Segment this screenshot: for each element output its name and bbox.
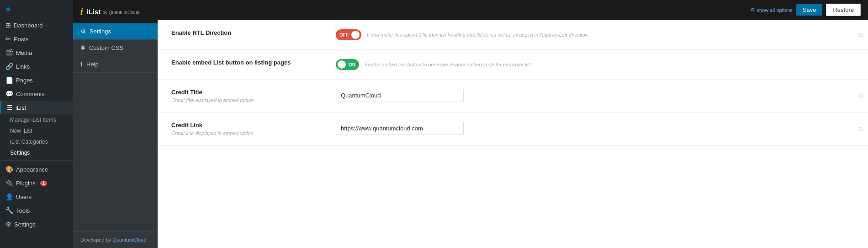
plugin-title: iList — [87, 8, 101, 16]
rtl-label: Enable RTL Direction — [171, 29, 327, 38]
plugins-icon: 🔌 — [5, 179, 13, 187]
credit-link-input[interactable] — [336, 122, 464, 135]
credit-title-side-icon[interactable]: ⊙ — [858, 92, 863, 100]
custom-css-icon: ✱ — [80, 44, 85, 51]
restore-button[interactable]: Restore — [826, 4, 861, 16]
sidebar-item-appearance[interactable]: 🎨 Appearance — [0, 162, 73, 176]
posts-icon: ✏ — [5, 35, 11, 43]
sidebar-item-links[interactable]: 🔗 Links — [0, 59, 73, 73]
credit-link-label: Credit Link Credit link displayed in emb… — [171, 122, 327, 136]
show-all-options[interactable]: ⚙ show all options — [751, 7, 793, 13]
rtl-toggle[interactable]: OFF — [336, 29, 361, 40]
rtl-row: Enable RTL Direction OFF If you make thi… — [158, 20, 868, 50]
toggle-knob-on — [338, 60, 346, 69]
sidebar-item-media[interactable]: 🎬 Media — [0, 46, 73, 59]
sidebar-item-posts[interactable]: ✏ Posts — [0, 32, 73, 46]
rtl-row-side-icon[interactable]: ⊙ — [858, 31, 863, 38]
comments-icon: 💬 — [5, 90, 13, 97]
embed-toggle[interactable]: ON — [336, 59, 359, 70]
sidebar-item-plugins[interactable]: 🔌 Plugins 1 — [0, 176, 73, 190]
credit-title-input[interactable] — [336, 89, 464, 102]
plugins-badge: 1 — [40, 181, 48, 186]
sidebar-item-tools[interactable]: 🔧 Tools — [0, 204, 73, 217]
wp-logo: ● — [0, 0, 73, 18]
media-icon: 🎬 — [5, 49, 13, 56]
plugin-menu-item-custom-css[interactable]: ✱ Custom CSS — [73, 40, 158, 56]
topbar: ⚙ show all options Save Restore — [158, 0, 868, 20]
users-icon: 👤 — [5, 193, 13, 200]
plugin-menu: i iList by QuantumCloud ⚙ Settings ✱ Cus… — [73, 0, 158, 248]
embed-label: Enable embed List button on listing page… — [171, 59, 327, 68]
credit-title-label: Credit Title Credit title displayed in e… — [171, 89, 327, 103]
sidebar-sub-categories[interactable]: iList Categories — [0, 136, 73, 147]
tools-icon: 🔧 — [5, 207, 13, 214]
plugin-by: by QuantumCloud — [102, 10, 139, 15]
embed-row: Enable embed List button on listing page… — [158, 50, 868, 80]
sidebar-item-ilist[interactable]: ☰ iList — [0, 101, 73, 114]
appearance-icon: 🎨 — [5, 166, 13, 173]
credit-link-side-icon[interactable]: ⊙ — [858, 125, 863, 133]
credit-title-row: Credit Title Credit title displayed in e… — [158, 80, 868, 113]
sidebar-item-users[interactable]: 👤 Users — [0, 190, 73, 204]
sidebar-sub-manage-items[interactable]: Manage iList Items — [0, 114, 73, 125]
sidebar-sub-settings[interactable]: Settings — [0, 147, 73, 158]
save-button[interactable]: Save — [796, 4, 823, 16]
sidebar: ● ⊞ Dashboard ✏ Posts 🎬 Media 🔗 Links 📄 … — [0, 0, 73, 248]
embed-control: ON Enable embed link button to generate … — [336, 59, 854, 70]
rtl-control: OFF If you make this option ON, then lis… — [336, 29, 854, 40]
sidebar-item-comments[interactable]: 💬 Comments — [0, 87, 73, 101]
ilist-icon: ☰ — [7, 104, 13, 111]
plugin-header: i iList by QuantumCloud — [73, 0, 158, 23]
toggle-knob — [351, 31, 360, 39]
dashboard-icon: ⊞ — [5, 22, 11, 29]
settings-icon: ⚙ — [5, 221, 11, 228]
plugin-logo-icon: i — [80, 6, 83, 17]
plugin-footer: Developed by QuantumCloud — [73, 231, 158, 248]
links-icon: 🔗 — [5, 63, 13, 70]
sidebar-item-settings[interactable]: ⚙ Settings — [0, 217, 73, 231]
main-area: ⚙ show all options Save Restore Enable R… — [158, 0, 868, 248]
quantumcloud-link[interactable]: QuantumCloud — [112, 237, 146, 243]
sidebar-sub-new-ilist[interactable]: New iList — [0, 125, 73, 136]
credit-link-row: Credit Link Credit link displayed in emb… — [158, 113, 868, 146]
plugin-menu-item-help[interactable]: ℹ Help — [73, 56, 158, 73]
divider — [0, 160, 73, 161]
plugin-menu-item-settings[interactable]: ⚙ Settings — [73, 23, 158, 40]
gear-icon-topbar: ⚙ — [751, 7, 755, 13]
pages-icon: 📄 — [5, 76, 13, 84]
sidebar-item-pages[interactable]: 📄 Pages — [0, 73, 73, 87]
settings-content: Enable RTL Direction OFF If you make thi… — [158, 20, 868, 248]
settings-menu-icon: ⚙ — [80, 28, 86, 35]
help-icon: ℹ — [80, 61, 83, 68]
sidebar-item-dashboard[interactable]: ⊞ Dashboard — [0, 18, 73, 32]
credit-link-control — [336, 122, 854, 135]
credit-title-control — [336, 89, 854, 102]
